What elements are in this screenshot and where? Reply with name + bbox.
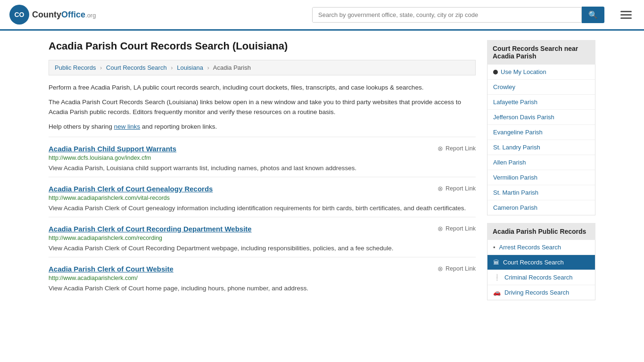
sidebar-nearby-section: Court Records Search near Acadia Parish … [487, 40, 595, 215]
description-para3-prefix: Help others by sharing [49, 123, 114, 130]
nearby-link-9[interactable]: Cameron Parish [493, 204, 537, 211]
location-dot-icon [493, 70, 498, 74]
result-item: Acadia Parish Clerk of Court Recording D… [49, 217, 476, 257]
record-icon-0: ▪ [493, 244, 495, 251]
result-item: Acadia Parish Clerk of Court Website ⊗ R… [49, 257, 476, 297]
report-link-1[interactable]: ⊗ Report Link [438, 185, 476, 192]
result-header: Acadia Parish Child Support Warrants ⊗ R… [49, 145, 476, 153]
report-icon: ⊗ [438, 225, 443, 232]
menu-button[interactable] [618, 8, 635, 22]
sidebar-record-item-1[interactable]: 🏛 Court Records Search [487, 255, 595, 270]
sidebar-nearby-header: Court Records Search near Acadia Parish [487, 40, 595, 65]
report-icon: ⊗ [438, 185, 443, 192]
sidebar-record-item-2[interactable]: ❕ Criminal Records Search [487, 270, 595, 285]
sidebar-nearby-item-0[interactable]: Use My Location [487, 65, 595, 80]
breadcrumb-sep: › [100, 64, 102, 71]
content-wrap: Acadia Parish Court Records Search (Loui… [39, 31, 605, 317]
nearby-link-1[interactable]: Crowley [493, 83, 515, 90]
result-title-3[interactable]: Acadia Parish Clerk of Court Website [49, 265, 173, 273]
breadcrumb-louisiana[interactable]: Louisiana [177, 64, 203, 71]
result-url-0[interactable]: http://www.dcfs.louisiana.gov/index.cfm [49, 155, 476, 161]
report-link-0[interactable]: ⊗ Report Link [438, 145, 476, 152]
sidebar-nearby-list: Use My Location CrowleyLafayette ParishJ… [487, 65, 595, 215]
result-desc-0: View Acadia Parish, Louisiana child supp… [49, 164, 476, 173]
description-para2: The Acadia Parish Court Records Search (… [49, 98, 476, 117]
sidebar-nearby-item-3[interactable]: Jefferson Davis Parish [487, 110, 595, 125]
description-para3: Help others by sharing new links and rep… [49, 122, 476, 132]
menu-bar [620, 14, 632, 16]
new-links[interactable]: new links [114, 123, 140, 130]
nearby-link-7[interactable]: Vermilion Parish [493, 174, 537, 181]
result-title-0[interactable]: Acadia Parish Child Support Warrants [49, 145, 176, 153]
result-item: Acadia Parish Clerk of Court Genealogy R… [49, 177, 476, 217]
result-url-1[interactable]: http://www.acadiaparishclerk.com/vital-r… [49, 195, 476, 201]
svg-text:CO: CO [15, 11, 25, 18]
breadcrumb: Public Records › Court Records Search › … [49, 60, 476, 75]
report-link-label: Report Link [446, 185, 476, 192]
breadcrumb-court-records[interactable]: Court Records Search [106, 64, 167, 71]
result-title-1[interactable]: Acadia Parish Clerk of Court Genealogy R… [49, 185, 213, 193]
record-icon-2: ❕ [493, 274, 501, 281]
logo-text: CountyOffice.org [32, 10, 96, 20]
page-title: Acadia Parish Court Records Search (Loui… [49, 40, 476, 52]
record-link-0[interactable]: Arrest Records Search [499, 244, 561, 251]
breadcrumb-sep: › [171, 64, 173, 71]
report-link-3[interactable]: ⊗ Report Link [438, 265, 476, 272]
main-content: Acadia Parish Court Records Search (Loui… [49, 40, 476, 308]
sidebar-nearby-item-9[interactable]: Cameron Parish [487, 200, 595, 215]
result-url-2[interactable]: http://www.acadiaparishclerk.com/recordi… [49, 235, 476, 241]
nearby-link-5[interactable]: St. Landry Parish [493, 144, 540, 151]
result-header: Acadia Parish Clerk of Court Website ⊗ R… [49, 265, 476, 273]
breadcrumb-sep: › [207, 64, 209, 71]
logo[interactable]: CO CountyOffice.org [9, 5, 96, 25]
result-url-3[interactable]: http://www.acadiaparishclerk.com/ [49, 275, 476, 281]
sidebar-nearby-item-6[interactable]: Allen Parish [487, 155, 595, 170]
sidebar-nearby-item-8[interactable]: St. Martin Parish [487, 185, 595, 200]
sidebar-records-section: Acadia Parish Public Records ▪ Arrest Re… [487, 223, 595, 300]
search-button[interactable]: 🔍 [582, 7, 604, 23]
breadcrumb-current: Acadia Parish [213, 64, 251, 71]
search-input-wrap [312, 7, 582, 23]
nearby-link-0[interactable]: Use My Location [501, 68, 546, 75]
result-item: Acadia Parish Child Support Warrants ⊗ R… [49, 137, 476, 177]
sidebar-record-item-0[interactable]: ▪ Arrest Records Search [487, 240, 595, 255]
description-para1: Perform a free Acadia Parish, LA public … [49, 83, 476, 93]
report-link-label: Report Link [446, 225, 476, 232]
report-link-label: Report Link [446, 145, 476, 152]
sidebar-nearby-item-2[interactable]: Lafayette Parish [487, 95, 595, 110]
nearby-link-8[interactable]: St. Martin Parish [493, 189, 538, 196]
record-link-1[interactable]: Court Records Search [503, 259, 564, 266]
sidebar-nearby-item-5[interactable]: St. Landry Parish [487, 140, 595, 155]
report-icon: ⊗ [438, 145, 443, 152]
search-input[interactable] [313, 8, 581, 22]
nearby-link-4[interactable]: Evangeline Parish [493, 129, 543, 136]
menu-bar [620, 17, 632, 19]
nearby-link-2[interactable]: Lafayette Parish [493, 99, 537, 106]
sidebar-records-header: Acadia Parish Public Records [487, 223, 595, 240]
search-icon: 🔍 [588, 11, 598, 19]
record-link-2[interactable]: Criminal Records Search [504, 274, 573, 281]
result-desc-3: View Acadia Parish Clerk of Court home p… [49, 284, 476, 293]
logo-icon: CO [9, 5, 29, 25]
sidebar-nearby-item-4[interactable]: Evangeline Parish [487, 125, 595, 140]
report-link-2[interactable]: ⊗ Report Link [438, 225, 476, 232]
sidebar: Court Records Search near Acadia Parish … [487, 40, 595, 308]
record-icon-3: 🚗 [493, 289, 501, 296]
sidebar-nearby-item-7[interactable]: Vermilion Parish [487, 170, 595, 185]
sidebar-record-item-3[interactable]: 🚗 Driving Records Search [487, 285, 595, 300]
nearby-link-3[interactable]: Jefferson Davis Parish [493, 114, 554, 121]
report-icon: ⊗ [438, 265, 443, 272]
breadcrumb-public-records[interactable]: Public Records [55, 64, 96, 71]
result-title-2[interactable]: Acadia Parish Clerk of Court Recording D… [49, 225, 252, 233]
search-area: 🔍 [312, 7, 604, 23]
sidebar-nearby-item-1[interactable]: Crowley [487, 80, 595, 95]
record-link-3[interactable]: Driving Records Search [504, 289, 569, 296]
header: CO CountyOffice.org 🔍 [0, 0, 644, 31]
result-header: Acadia Parish Clerk of Court Recording D… [49, 225, 476, 233]
result-desc-1: View Acadia Parish Clerk of Court geneal… [49, 204, 476, 213]
record-icon-1: 🏛 [493, 259, 499, 266]
results-list: Acadia Parish Child Support Warrants ⊗ R… [49, 137, 476, 297]
nearby-link-6[interactable]: Allen Parish [493, 159, 526, 166]
result-header: Acadia Parish Clerk of Court Genealogy R… [49, 185, 476, 193]
result-desc-2: View Acadia Parish Clerk of Court Record… [49, 244, 476, 253]
